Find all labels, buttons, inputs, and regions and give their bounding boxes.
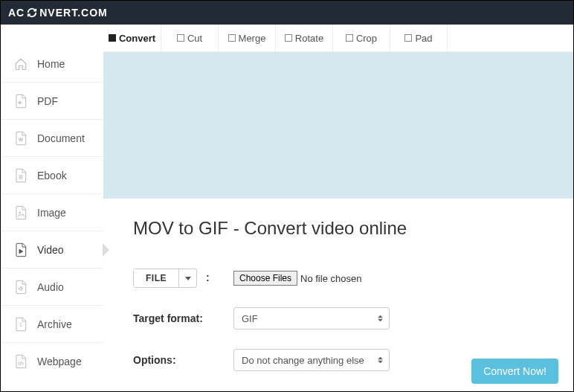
choose-files-button[interactable]: Choose Files xyxy=(233,271,297,286)
tab-crop[interactable]: Crop xyxy=(333,25,390,51)
tab-label: Cut xyxy=(187,33,202,44)
square-icon xyxy=(109,34,116,42)
target-format-select[interactable]: GIF xyxy=(233,307,390,330)
tab-label: Convert xyxy=(119,33,155,44)
main-content: Convert Cut Merge Rotate Crop Pad xyxy=(103,25,573,391)
audio-file-icon xyxy=(14,280,28,295)
sidebar-item-document[interactable]: Document xyxy=(1,120,103,157)
tab-label: Crop xyxy=(356,33,377,44)
page-title: MOV to GIF - Convert video online xyxy=(133,218,544,239)
sidebar-item-home[interactable]: Home xyxy=(1,45,103,83)
brand-prefix: AC xyxy=(8,7,25,19)
caret-down-icon xyxy=(178,269,196,287)
file-source-button-group[interactable]: FILE xyxy=(133,269,197,288)
tab-label: Rotate xyxy=(295,33,323,44)
archive-file-icon xyxy=(14,317,28,332)
options-select[interactable]: Do not change anything else xyxy=(233,349,390,371)
file-row: FILE : Choose Files No file chosen xyxy=(133,269,544,288)
square-icon xyxy=(346,34,353,42)
tab-bar: Convert Cut Merge Rotate Crop Pad xyxy=(103,25,573,52)
convert-now-button[interactable]: Convert Now! xyxy=(471,359,558,384)
tab-rotate[interactable]: Rotate xyxy=(276,25,333,51)
file-source-button: FILE xyxy=(134,269,178,287)
sidebar-item-label: Archive xyxy=(37,318,72,330)
video-file-icon xyxy=(14,242,28,257)
sidebar-item-image[interactable]: Image xyxy=(1,194,103,231)
webpage-file-icon xyxy=(14,354,28,369)
sidebar-item-label: Ebook xyxy=(37,170,67,181)
tab-label: Pad xyxy=(415,33,432,44)
sidebar-item-video[interactable]: Video xyxy=(1,231,103,269)
sidebar-item-label: Audio xyxy=(37,281,64,293)
file-source-group: FILE : xyxy=(133,269,233,288)
select-arrows-icon xyxy=(378,315,383,322)
document-file-icon xyxy=(14,131,28,146)
select-value: GIF xyxy=(242,313,258,324)
refresh-icon xyxy=(26,7,38,19)
sidebar-item-label: Webpage xyxy=(37,356,82,367)
tab-merge[interactable]: Merge xyxy=(219,25,276,51)
options-label: Options: xyxy=(133,354,233,366)
pdf-file-icon xyxy=(14,94,28,109)
sidebar-item-label: Image xyxy=(37,207,66,219)
square-icon xyxy=(285,34,292,42)
sidebar-item-webpage[interactable]: Webpage xyxy=(1,343,103,380)
square-icon xyxy=(404,34,412,42)
sidebar: Home PDF Document Ebook Image xyxy=(1,25,103,391)
brand-suffix: NVERT.COM xyxy=(39,7,107,19)
image-file-icon xyxy=(14,205,28,220)
ad-space xyxy=(103,52,573,199)
sidebar-item-audio[interactable]: Audio xyxy=(1,269,103,306)
tab-convert[interactable]: Convert xyxy=(103,25,161,51)
tab-cut[interactable]: Cut xyxy=(161,25,219,51)
tab-pad[interactable]: Pad xyxy=(390,25,448,51)
select-value: Do not change anything else xyxy=(242,355,364,366)
brand-logo[interactable]: AC NVERT.COM xyxy=(8,7,108,19)
file-chosen-label: No file chosen xyxy=(300,273,361,284)
select-arrows-icon xyxy=(378,357,383,364)
svg-point-0 xyxy=(19,212,21,213)
sidebar-item-label: Document xyxy=(37,132,85,144)
colon-label: : xyxy=(206,271,210,283)
sidebar-item-label: PDF xyxy=(37,95,58,107)
sidebar-item-label: Video xyxy=(37,244,64,256)
sidebar-item-ebook[interactable]: Ebook xyxy=(1,157,103,194)
sidebar-item-label: Home xyxy=(37,58,65,70)
sidebar-item-archive[interactable]: Archive xyxy=(1,306,103,343)
top-bar: AC NVERT.COM xyxy=(1,1,573,25)
home-icon xyxy=(14,57,28,71)
ebook-file-icon xyxy=(14,168,28,183)
target-format-label: Target format: xyxy=(133,312,233,324)
target-format-row: Target format: GIF xyxy=(133,307,544,330)
square-icon xyxy=(228,34,236,42)
tab-label: Merge xyxy=(239,33,266,44)
square-icon xyxy=(177,34,184,42)
file-upload-field[interactable]: Choose Files No file chosen xyxy=(233,271,361,286)
sidebar-item-pdf[interactable]: PDF xyxy=(1,83,103,120)
